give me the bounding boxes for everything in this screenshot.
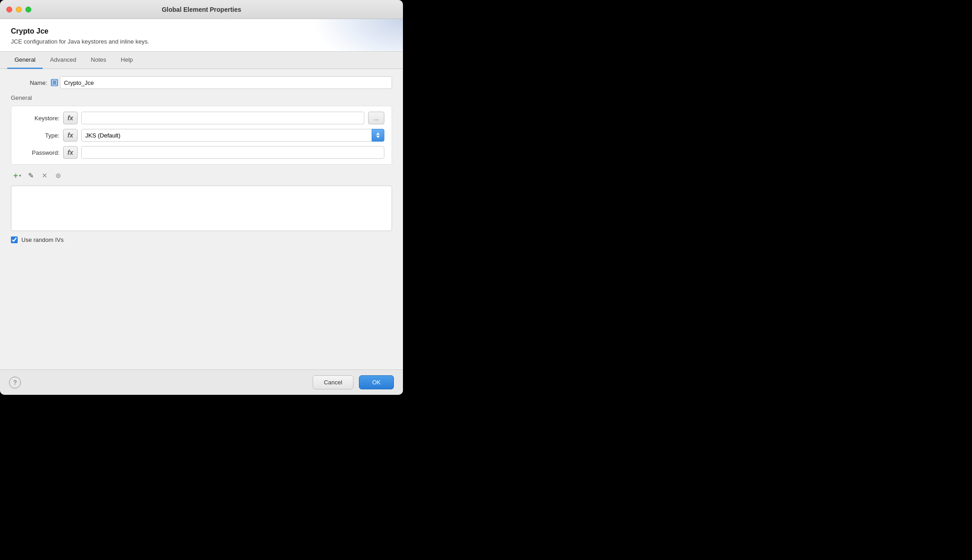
password-input[interactable] — [81, 146, 384, 159]
ok-button[interactable]: OK — [359, 375, 394, 389]
type-select[interactable]: JKS (Default) PKCS12 JCEKS — [81, 129, 384, 142]
tab-help[interactable]: Help — [113, 52, 140, 69]
edit-icon: ✎ — [28, 172, 34, 180]
name-label: Name: — [11, 79, 47, 86]
copy-icon: ⊛ — [55, 172, 61, 180]
name-input[interactable] — [60, 76, 392, 89]
dialog-title: Global Element Properties — [162, 6, 241, 13]
toolbar: + ▾ ✎ ✕ ⊛ — [11, 169, 392, 182]
keystore-row: Keystore: fx ... — [19, 112, 384, 124]
delete-button[interactable]: ✕ — [38, 169, 51, 182]
name-input-wrapper — [51, 76, 392, 89]
form-section: Keystore: fx ... Type: fx JKS (Default) … — [11, 106, 392, 165]
arrow-up-icon — [376, 133, 380, 135]
bottom-buttons: Cancel OK — [313, 375, 394, 389]
maximize-button[interactable] — [25, 6, 31, 12]
main-content: Name: General Keystore: fx ... Type: fx — [0, 69, 403, 369]
add-dropdown-arrow-icon: ▾ — [19, 173, 21, 178]
checkbox-row: Use random IVs — [11, 236, 392, 243]
name-row: Name: — [11, 76, 392, 89]
title-bar: Global Element Properties — [0, 0, 403, 19]
table-area[interactable] — [11, 186, 392, 231]
bottom-bar: ? Cancel OK — [0, 369, 403, 395]
keystore-label: Keystore: — [19, 115, 59, 122]
window-controls — [6, 6, 31, 12]
section-title: General — [11, 94, 392, 101]
tab-notes[interactable]: Notes — [83, 52, 113, 69]
add-button[interactable]: + ▾ — [11, 169, 24, 182]
type-select-wrapper: JKS (Default) PKCS12 JCEKS — [81, 129, 384, 142]
tab-advanced[interactable]: Advanced — [43, 52, 83, 69]
use-random-ivs-checkbox[interactable] — [11, 236, 18, 243]
minimize-button[interactable] — [16, 6, 22, 12]
password-label: Password: — [19, 149, 59, 156]
add-icon: + — [13, 172, 18, 180]
help-button[interactable]: ? — [9, 377, 21, 388]
keystore-browse-button[interactable]: ... — [368, 112, 384, 124]
type-select-arrow[interactable] — [372, 129, 384, 142]
cancel-button[interactable]: Cancel — [313, 375, 353, 389]
dialog-window: Global Element Properties Crypto Jce JCE… — [0, 0, 403, 395]
password-fx-button[interactable]: fx — [63, 146, 78, 159]
doc-icon — [51, 79, 58, 86]
type-row: Type: fx JKS (Default) PKCS12 JCEKS — [19, 129, 384, 142]
tab-general[interactable]: General — [7, 52, 43, 69]
top-content: Crypto Jce JCE configuration for Java ke… — [0, 19, 403, 52]
arrow-down-icon — [376, 136, 380, 138]
delete-icon: ✕ — [42, 172, 48, 180]
type-fx-button[interactable]: fx — [63, 129, 78, 142]
copy-button[interactable]: ⊛ — [52, 169, 64, 182]
use-random-ivs-label[interactable]: Use random IVs — [21, 236, 64, 243]
tabs-bar: General Advanced Notes Help — [0, 52, 403, 69]
keystore-input[interactable] — [81, 112, 364, 124]
type-label: Type: — [19, 132, 59, 139]
close-button[interactable] — [6, 6, 12, 12]
password-row: Password: fx — [19, 146, 384, 159]
top-bg-decoration — [312, 19, 403, 52]
keystore-fx-button[interactable]: fx — [63, 112, 78, 124]
edit-button[interactable]: ✎ — [25, 169, 37, 182]
